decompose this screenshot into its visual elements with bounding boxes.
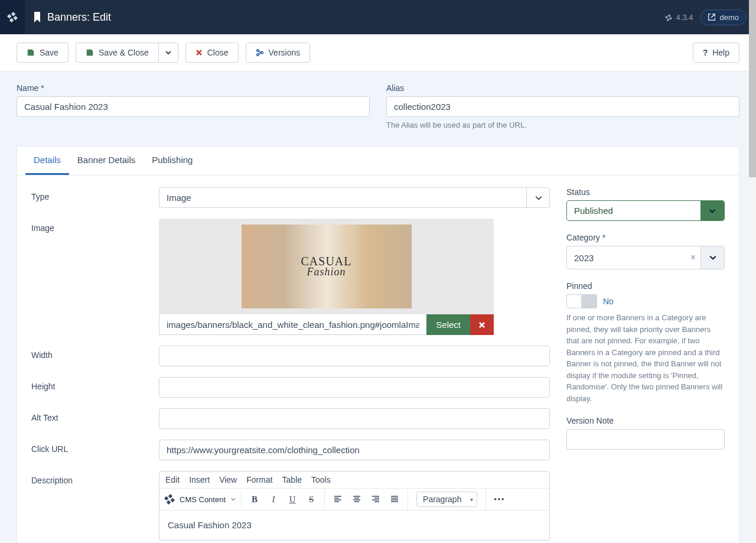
align-justify-button[interactable] [386,491,403,508]
alias-label: Alias [386,83,739,93]
version-note-label: Version Note [566,416,725,425]
clear-image-button[interactable] [470,314,494,335]
scrollbar[interactable] [749,0,756,543]
alias-hint: The Alias will be used as part of the UR… [386,121,739,129]
chevron-down-icon [165,49,172,56]
name-label: Name * [17,83,370,93]
alt-input[interactable] [159,408,550,429]
image-path-input[interactable] [159,314,427,335]
chevron-down-icon [700,201,724,220]
status-label: Status [566,187,725,197]
user-menu[interactable]: demo [700,9,747,25]
width-input[interactable] [159,346,550,366]
joomla-version: 4.3.4 [665,13,693,22]
tabs: Details Banner Details Publishing [17,147,739,175]
help-button[interactable]: ? Help [693,43,739,63]
page-title: Banners: Edit [47,11,111,24]
chevron-down-icon [230,496,236,502]
bold-button[interactable]: B [246,491,263,508]
align-right-button[interactable] [367,491,384,508]
tab-banner-details[interactable]: Banner Details [69,147,144,175]
close-icon [195,49,203,56]
type-label: Type [31,187,159,208]
pinned-label: Pinned [566,281,725,291]
alt-label: Alt Text [31,408,159,429]
version-note-input[interactable] [566,429,725,450]
topbar: Banners: Edit 4.3.4 demo [0,0,756,34]
page-title-wrap: Banners: Edit [25,11,119,24]
versions-icon [256,48,264,57]
paragraph-format-select[interactable]: Paragraph ▾ [416,492,477,507]
editor-menu-format[interactable]: Format [246,475,272,485]
topbar-right: 4.3.4 demo [656,9,756,25]
tab-publishing[interactable]: Publishing [144,147,201,175]
width-label: Width [31,346,159,366]
editor-menu-tools[interactable]: Tools [311,475,331,485]
italic-button[interactable]: I [265,491,282,508]
category-label: Category * [566,233,725,242]
alias-input[interactable] [386,96,739,117]
joomla-logo-icon[interactable] [0,0,25,34]
save-close-dropdown[interactable] [158,43,178,63]
category-select[interactable]: × [566,246,725,269]
editor-menubar: Edit Insert View Format Table Tools [159,472,549,489]
chevron-down-icon: ▾ [470,496,473,503]
strikethrough-button[interactable]: S [303,491,320,508]
chevron-down-icon [700,246,724,269]
save-button[interactable]: Save [17,43,69,63]
content: Name * Alias The Alias will be used as p… [0,71,756,543]
more-button[interactable]: ••• [491,491,507,508]
pinned-value: No [603,297,614,306]
clickurl-label: Click URL [31,440,159,460]
editor-menu-edit[interactable]: Edit [165,475,180,485]
image-label: Image [31,219,159,335]
pinned-description: If one or more Banners in a Category are… [566,312,725,404]
action-toolbar: Save Save & Close Close Versions ? Help [0,34,756,71]
bookmark-icon [33,12,41,22]
align-left-button[interactable] [330,491,346,508]
editor-toolbar: CMS Content B I U S [159,489,549,511]
editor-menu-table[interactable]: Table [282,475,302,485]
height-label: Height [31,377,159,398]
select-image-button[interactable]: Select [426,314,470,335]
description-label: Description [31,471,159,541]
status-select[interactable] [566,200,725,221]
underline-button[interactable]: U [284,491,301,508]
external-link-icon [708,13,716,21]
clickurl-input[interactable] [159,440,550,460]
save-close-group: Save & Close [76,43,178,63]
save-close-button[interactable]: Save & Close [76,43,158,63]
joomla-icon [164,494,175,505]
close-button[interactable]: Close [185,43,239,63]
cms-content-button[interactable]: CMS Content [180,495,226,504]
tab-details[interactable]: Details [25,147,69,175]
save-icon [27,48,35,57]
save-icon [86,48,94,57]
editor-menu-insert[interactable]: Insert [189,475,210,485]
help-icon: ? [703,48,708,57]
type-select[interactable] [159,187,550,208]
height-input[interactable] [159,377,550,398]
versions-button[interactable]: Versions [246,43,311,63]
main-panel: Details Banner Details Publishing Type [17,146,739,543]
align-center-button[interactable] [348,491,365,508]
editor-menu-view[interactable]: View [219,475,237,485]
editor-content[interactable]: Casual Fashion 2023 [159,511,549,540]
pinned-toggle[interactable] [566,294,597,308]
category-clear-button[interactable]: × [686,252,700,263]
close-icon [478,321,485,329]
description-editor: Edit Insert View Format Table Tools [159,471,550,541]
name-input[interactable] [17,96,370,117]
image-preview: CASUAL Fashion [159,219,494,314]
